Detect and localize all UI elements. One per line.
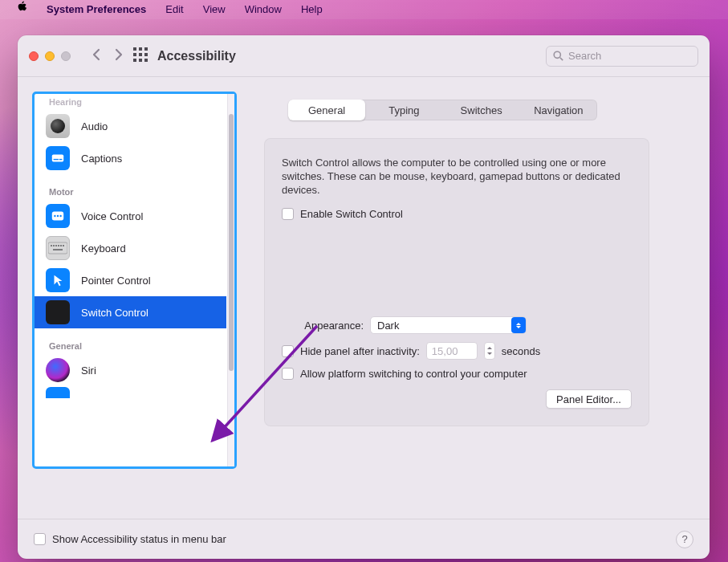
show-status-checkbox[interactable] (34, 533, 46, 545)
svg-marker-26 (55, 275, 63, 287)
enable-switch-control-label: Enable Switch Control (300, 208, 403, 220)
keyboard-icon (46, 236, 70, 260)
svg-rect-25 (53, 249, 63, 250)
forward-button[interactable] (114, 48, 124, 64)
menubar-app-name[interactable]: System Preferences (47, 0, 146, 19)
sidebar-item-label: Keyboard (81, 242, 126, 255)
hide-panel-label: Hide panel after inactivity: (300, 345, 420, 357)
section-general: General (35, 328, 227, 354)
siri-icon (46, 358, 70, 382)
appearance-label: Appearance: (282, 320, 364, 332)
tab-navigation[interactable]: Navigation (520, 100, 597, 120)
sidebar-item-siri[interactable]: Siri (35, 354, 227, 386)
content-pane: General Typing Switches Navigation Switc… (237, 92, 695, 519)
svg-rect-0 (133, 47, 136, 51)
menubar-item-edit[interactable]: Edit (165, 0, 183, 19)
general-panel: Switch Control allows the computer to be… (264, 138, 649, 426)
platform-switching-label: Allow platform switching to control your… (300, 368, 527, 380)
minimize-button[interactable] (45, 51, 55, 61)
accessibility-sidebar: Hearing Audio Captions Motor Voic (32, 92, 237, 469)
sidebar-scrollbar[interactable] (227, 94, 234, 466)
sidebar-item-keyboard[interactable]: Keyboard (35, 232, 227, 264)
menubar-item-window[interactable]: Window (245, 0, 282, 19)
window-title: Accessibility (157, 49, 236, 63)
scrollbar-thumb[interactable] (229, 114, 234, 371)
svg-point-15 (54, 215, 55, 217)
sidebar-item-pointer-control[interactable]: Pointer Control (35, 264, 227, 296)
sidebar-item-audio[interactable]: Audio (35, 110, 227, 142)
nav-arrows (92, 48, 124, 64)
chevron-updown-icon (511, 317, 526, 333)
traffic-lights (29, 51, 71, 61)
hide-panel-checkbox[interactable] (282, 345, 294, 357)
window-titlebar: Accessibility Search (18, 35, 710, 77)
menubar-item-view[interactable]: View (203, 0, 226, 19)
svg-line-10 (560, 58, 563, 60)
svg-rect-21 (55, 245, 57, 246)
sidebar-item-placeholder[interactable] (35, 386, 227, 399)
show-status-label: Show Accessibility status in menu bar (52, 533, 226, 545)
speaker-icon (46, 114, 70, 138)
stepper-down-icon[interactable] (485, 351, 494, 359)
apple-logo-icon[interactable] (16, 0, 27, 19)
panel-editor-button[interactable]: Panel Editor... (546, 389, 632, 409)
svg-rect-11 (52, 155, 63, 162)
help-button[interactable]: ? (676, 531, 693, 548)
svg-rect-12 (54, 159, 59, 160)
sidebar-item-label: Pointer Control (81, 275, 151, 287)
stepper-up-icon[interactable] (485, 343, 494, 351)
search-input[interactable]: Search (546, 46, 698, 67)
platform-switching-checkbox[interactable] (282, 368, 294, 380)
close-button[interactable] (29, 51, 39, 61)
system-menubar: System Preferences Edit View Window Help (0, 0, 728, 19)
tab-bar: General Typing Switches Navigation (288, 100, 597, 120)
menubar-item-help[interactable]: Help (301, 0, 323, 19)
tab-switches[interactable]: Switches (443, 100, 520, 120)
sidebar-item-voice-control[interactable]: Voice Control (35, 200, 227, 232)
svg-rect-19 (51, 245, 52, 246)
show-all-button[interactable] (133, 47, 148, 65)
hide-seconds-stepper[interactable] (484, 342, 495, 360)
svg-rect-22 (58, 245, 59, 246)
sidebar-item-captions[interactable]: Captions (35, 142, 227, 174)
pointer-icon (46, 268, 70, 292)
section-motor: Motor (35, 174, 227, 200)
svg-rect-2 (144, 47, 148, 51)
svg-rect-8 (144, 59, 148, 62)
svg-rect-13 (59, 159, 63, 160)
svg-point-16 (57, 215, 59, 217)
hide-seconds-unit: seconds (502, 345, 540, 357)
preferences-window: Accessibility Search Hearing Audio Capti… (18, 35, 710, 559)
enable-switch-control-checkbox[interactable] (282, 208, 294, 220)
svg-rect-24 (63, 245, 64, 246)
search-placeholder: Search (568, 50, 601, 62)
svg-rect-3 (133, 53, 136, 56)
hide-seconds-field[interactable]: 15,00 (426, 342, 478, 360)
search-icon (553, 51, 563, 61)
description-text: Switch Control allows the computer to be… (282, 156, 632, 197)
section-hearing: Hearing (35, 97, 227, 110)
svg-rect-6 (133, 59, 136, 62)
zoom-button[interactable] (61, 51, 71, 61)
voice-control-icon (46, 204, 70, 228)
placeholder-icon (46, 387, 70, 398)
sidebar-item-switch-control[interactable]: Switch Control (35, 296, 226, 328)
sidebar-item-label: Captions (81, 153, 122, 165)
tab-general[interactable]: General (288, 100, 365, 120)
tab-typing[interactable]: Typing (365, 100, 442, 120)
window-footer: Show Accessibility status in menu bar ? (18, 519, 710, 559)
svg-point-17 (59, 215, 61, 217)
sidebar-item-label: Audio (81, 120, 108, 132)
sidebar-item-label: Switch Control (81, 307, 148, 319)
back-button[interactable] (92, 48, 101, 64)
svg-rect-4 (139, 53, 142, 56)
appearance-value: Dark (377, 320, 399, 332)
switch-control-icon (46, 300, 70, 324)
svg-rect-20 (53, 245, 55, 246)
svg-rect-7 (139, 59, 142, 62)
svg-rect-23 (60, 245, 62, 246)
svg-rect-18 (48, 242, 67, 254)
svg-rect-1 (139, 47, 142, 51)
appearance-select[interactable]: Dark (370, 316, 527, 334)
captions-icon (46, 146, 70, 170)
